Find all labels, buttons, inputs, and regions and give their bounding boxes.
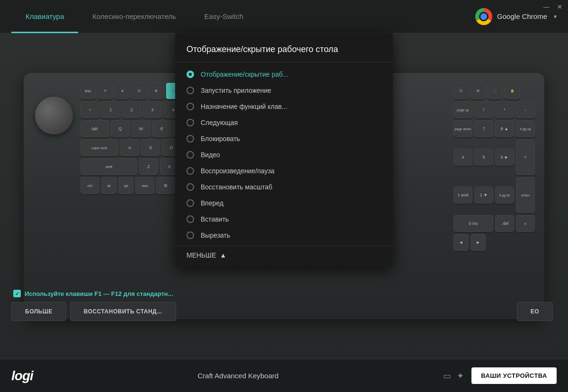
numpad-6[interactable]: 6 ► <box>495 149 514 166</box>
numpad-next[interactable]: ► <box>470 234 486 251</box>
more-button[interactable]: БОЛЬШЕ <box>11 302 66 321</box>
key-tilde[interactable]: ~ <box>80 101 99 118</box>
key-cmd[interactable]: ⌘ <box>156 177 175 194</box>
dropdown-item-10[interactable]: Вырезать <box>175 227 393 243</box>
bluetooth-icon: ✦ <box>457 371 464 381</box>
radio-icon-10 <box>186 232 194 239</box>
battery-icon: ▭ <box>443 371 451 381</box>
numpad-row5: 1 end 2 ▼ 3 pg dn enter <box>453 177 535 213</box>
dropdown-item-8[interactable]: Вперед <box>175 195 393 211</box>
chevron-up-icon: ▲ <box>220 251 226 259</box>
radio-icon-4 <box>186 135 194 143</box>
key-esc[interactable]: esc <box>80 82 96 99</box>
key-3[interactable]: 3 <box>143 101 162 118</box>
tab-easy-switch[interactable]: Easy-Switch <box>190 0 258 33</box>
dial-knob <box>35 97 73 134</box>
key-z[interactable]: Z <box>139 158 158 175</box>
dropdown-less-button[interactable]: МЕНЬШЕ ▲ <box>175 245 393 263</box>
bottom-icons: ▭ ✦ <box>443 371 464 381</box>
dropdown-item-2[interactable]: Назначение функций клав... <box>175 98 393 115</box>
key-f4[interactable]: ⊞ <box>149 82 164 99</box>
video-button[interactable]: ЕО <box>517 302 553 321</box>
numpad-enter[interactable]: enter <box>516 177 535 213</box>
numpad-pgup[interactable]: page up <box>453 101 472 118</box>
dropdown-item-9[interactable]: Вставить <box>175 211 393 227</box>
dropdown-item-6[interactable]: Воспроизведение/пауза <box>175 163 393 179</box>
key-alt[interactable]: alt <box>101 177 116 194</box>
key-a[interactable]: A <box>120 139 139 156</box>
numpad-row1: ⊡ ⊞ ⬚ 🔒 <box>453 82 535 99</box>
numpad-5[interactable]: 5 <box>474 149 493 166</box>
numpad-area: ⊡ ⊞ ⬚ 🔒 page up / * - page down 7 8 ▲ 9 … <box>453 82 535 253</box>
restore-button[interactable]: ВОССТАНОВИТЬ СТАНД... <box>70 302 176 321</box>
minimize-button[interactable]: — <box>543 4 550 10</box>
key-start[interactable]: start <box>135 177 154 194</box>
radio-icon-8 <box>186 199 194 207</box>
dropdown-overlay: Отображение/скрытие рабочего стола Отобр… <box>175 33 393 267</box>
numpad-icon1[interactable]: ⊡ <box>453 82 469 99</box>
fn-checkbox-label: Используйте клавиши F1 — F12 для стандар… <box>25 290 173 297</box>
key-opt[interactable]: opt <box>118 177 133 194</box>
numpad-pgdn[interactable]: page down <box>453 120 472 137</box>
numpad-2[interactable]: 2 ▼ <box>474 187 493 204</box>
numpad-prev[interactable]: ◄ <box>453 234 469 251</box>
key-ctrl[interactable]: ctrl <box>80 177 99 194</box>
dropdown-list: Отображение/скрытие раб... Запустить при… <box>175 66 393 243</box>
key-f2[interactable]: ☀ <box>115 82 130 99</box>
numpad-equals[interactable]: = <box>516 215 535 232</box>
numpad-lock[interactable]: 🔒 <box>505 82 520 99</box>
radio-icon-6 <box>186 167 194 175</box>
numpad-icon2[interactable]: ⊞ <box>470 82 486 99</box>
numpad-1[interactable]: 1 end <box>453 187 472 204</box>
your-devices-button[interactable]: ВАШИ УСТРОЙСТВА <box>471 367 557 384</box>
key-s[interactable]: S <box>141 139 160 156</box>
numpad-dot[interactable]: . del <box>495 215 514 232</box>
dropdown-title: Отображение/скрытие рабочего стола <box>175 33 393 62</box>
key-1[interactable]: 1 <box>101 101 120 118</box>
numpad-asterisk[interactable]: * <box>495 101 514 118</box>
dropdown-item-3[interactable]: Cледующая <box>175 115 393 131</box>
radio-selected-icon <box>186 71 194 78</box>
radio-icon-7 <box>186 183 194 191</box>
dropdown-item-0[interactable]: Отображение/скрытие раб... <box>175 66 393 82</box>
device-name: Craft Advanced Keyboard <box>33 372 443 380</box>
numpad-7[interactable]: 7 <box>474 120 493 137</box>
radio-icon-5 <box>186 151 194 159</box>
numpad-row4: 4 5 6 ► + <box>453 139 535 175</box>
radio-icon-9 <box>186 215 194 223</box>
numpad-0[interactable]: 0 ins <box>453 215 493 232</box>
app-name-label: Google Chrome <box>497 12 547 20</box>
dropdown-item-1[interactable]: Запустить приложение <box>175 82 393 98</box>
numpad-minus[interactable]: - <box>516 101 535 118</box>
key-tab[interactable]: tab <box>80 120 109 137</box>
window-controls: — ✕ <box>543 4 562 10</box>
key-2[interactable]: 2 <box>122 101 141 118</box>
numpad-icon3[interactable]: ⬚ <box>488 82 503 99</box>
fn-checkbox[interactable]: ✓ <box>13 290 21 297</box>
numpad-8[interactable]: 8 ▲ <box>495 120 514 137</box>
key-w[interactable]: W <box>132 120 151 137</box>
action-buttons-row: БОЛЬШЕ ВОССТАНОВИТЬ СТАНД... ЕО <box>0 302 568 321</box>
numpad-3[interactable]: 3 pg dn <box>495 187 514 204</box>
numpad-9[interactable]: 9 pg up <box>516 120 535 137</box>
radio-icon-1 <box>186 87 194 94</box>
tab-keyboard[interactable]: Клавиатура <box>11 0 78 33</box>
numpad-row3: page down 7 8 ▲ 9 pg up <box>453 120 535 137</box>
key-capslock[interactable]: caps lock <box>80 139 118 156</box>
close-button[interactable]: ✕ <box>557 4 562 10</box>
dropdown-item-7[interactable]: Восстановить масштаб <box>175 179 393 195</box>
key-shift-left[interactable]: shift <box>80 158 137 175</box>
dropdown-item-4[interactable]: Блокировать <box>175 131 393 147</box>
dropdown-item-5[interactable]: Видео <box>175 147 393 163</box>
numpad-plus[interactable]: + <box>516 139 535 175</box>
key-e[interactable]: E <box>152 120 171 137</box>
key-f1[interactable]: ☀ <box>98 82 113 99</box>
key-f3[interactable]: ⊡ <box>132 82 147 99</box>
numpad-4[interactable]: 4 <box>453 149 472 166</box>
numpad-slash[interactable]: / <box>474 101 493 118</box>
nav-tabs: Клавиатура Колесико-переключатель Easy-S… <box>11 0 475 33</box>
tab-scroll-wheel[interactable]: Колесико-переключатель <box>78 0 190 33</box>
key-q[interactable]: Q <box>111 120 130 137</box>
nav-bar: Клавиатура Колесико-переключатель Easy-S… <box>0 0 568 33</box>
numpad-row7: ◄ ► <box>453 234 535 251</box>
